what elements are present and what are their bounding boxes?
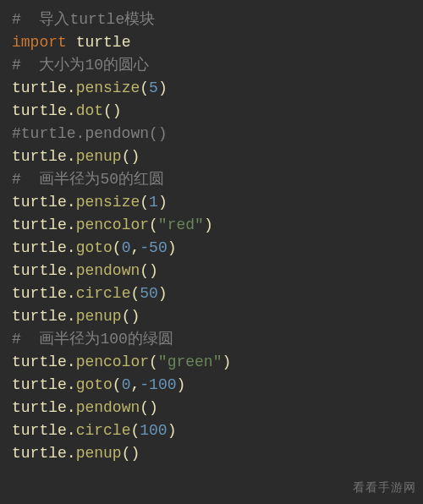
code-token: . <box>67 422 76 439</box>
code-line[interactable]: turtle.pencolor("green") <box>12 351 411 374</box>
code-line[interactable]: turtle.circle(100) <box>12 419 411 442</box>
code-token: pendown <box>76 399 140 416</box>
code-token: dot <box>76 102 103 119</box>
code-token: . <box>67 308 76 325</box>
code-token: ( <box>113 376 122 393</box>
code-token: pendown <box>76 262 140 279</box>
code-token: turtle <box>12 353 67 370</box>
code-line[interactable]: turtle.penup() <box>12 145 411 168</box>
code-token: , <box>130 376 140 393</box>
code-token: 100 <box>140 422 167 439</box>
code-token: "green" <box>158 353 222 370</box>
code-line[interactable]: # 导入turtle模块 <box>12 8 411 31</box>
code-token: turtle <box>12 194 67 211</box>
code-token: . <box>67 79 76 96</box>
code-token <box>67 34 76 51</box>
code-token: turtle <box>12 216 67 233</box>
code-token: turtle <box>12 262 67 279</box>
code-line[interactable]: turtle.pencolor("red") <box>12 214 411 237</box>
code-token: . <box>67 353 76 370</box>
code-line[interactable]: turtle.pensize(5) <box>12 77 411 100</box>
code-token: . <box>67 148 76 165</box>
code-line[interactable]: turtle.goto(0,-50) <box>12 237 411 260</box>
code-token: ( <box>130 285 140 302</box>
code-token: ) <box>222 353 231 370</box>
code-token: turtle <box>12 102 67 119</box>
code-line[interactable]: #turtle.pendown() <box>12 123 411 145</box>
code-token: ) <box>204 216 213 233</box>
code-token: . <box>67 262 76 279</box>
code-token: goto <box>76 239 113 256</box>
code-token: pencolor <box>76 216 149 233</box>
code-token: . <box>67 445 76 462</box>
code-token: goto <box>76 376 113 393</box>
code-token: turtle <box>12 376 67 393</box>
code-token: ( <box>149 353 158 370</box>
code-token: #turtle.pendown() <box>12 125 168 142</box>
code-token: penup <box>76 148 122 165</box>
code-line[interactable]: # 画半径为50的红圆 <box>12 168 411 191</box>
code-line[interactable]: # 画半径为100的绿圆 <box>12 328 411 351</box>
code-token: # 画半径为100的绿圆 <box>12 331 173 348</box>
code-token: # 导入turtle模块 <box>12 11 155 28</box>
code-token: import <box>12 34 67 51</box>
code-token: ( <box>113 239 122 256</box>
code-token: . <box>67 102 76 119</box>
code-token: turtle <box>12 148 67 165</box>
code-token: ( <box>140 79 149 96</box>
code-token: () <box>103 102 122 119</box>
code-line[interactable]: turtle.dot() <box>12 100 411 123</box>
code-token: circle <box>76 285 131 302</box>
code-token: turtle <box>12 308 67 325</box>
code-token: turtle <box>12 422 67 439</box>
code-line[interactable]: turtle.pensize(1) <box>12 191 411 214</box>
code-token: # 画半径为50的红圆 <box>12 171 164 188</box>
code-token: turtle <box>12 239 67 256</box>
code-token: . <box>67 194 76 211</box>
code-line[interactable]: turtle.pendown() <box>12 397 411 419</box>
code-line[interactable]: # 大小为10的圆心 <box>12 54 411 77</box>
code-token: , <box>130 239 140 256</box>
code-token: ) <box>158 194 168 211</box>
code-token: 0 <box>122 239 131 256</box>
code-line[interactable]: turtle.circle(50) <box>12 282 411 305</box>
code-line[interactable]: turtle.penup() <box>12 442 411 465</box>
code-token: pensize <box>76 194 140 211</box>
code-token: pensize <box>76 79 140 96</box>
code-token: . <box>67 399 76 416</box>
code-line[interactable]: turtle.goto(0,-100) <box>12 374 411 397</box>
code-token: () <box>140 399 158 416</box>
code-token: 50 <box>140 285 158 302</box>
code-token: "red" <box>158 216 204 233</box>
code-token: ) <box>177 376 186 393</box>
code-token: ) <box>158 285 168 302</box>
code-token: penup <box>76 445 122 462</box>
code-token: # 大小为10的圆心 <box>12 57 149 74</box>
code-token: turtle <box>12 445 67 462</box>
code-token: turtle <box>12 399 67 416</box>
code-token: . <box>67 376 76 393</box>
code-editor[interactable]: # 导入turtle模块import turtle# 大小为10的圆心turtl… <box>0 0 423 474</box>
watermark-label: 看看手游网 <box>353 476 416 499</box>
code-token: penup <box>76 308 122 325</box>
code-token: turtle <box>76 34 131 51</box>
code-token: . <box>67 285 76 302</box>
code-token: -50 <box>140 239 167 256</box>
code-token: . <box>67 216 76 233</box>
code-token: ) <box>168 239 177 256</box>
code-token: () <box>122 445 140 462</box>
code-line[interactable]: turtle.pendown() <box>12 260 411 282</box>
code-token: circle <box>76 422 131 439</box>
code-token: -100 <box>140 376 176 393</box>
code-token: () <box>140 262 158 279</box>
code-token: ( <box>130 422 140 439</box>
code-token: ) <box>158 79 168 96</box>
code-token: ( <box>149 216 158 233</box>
code-line[interactable]: import turtle <box>12 31 411 54</box>
code-token: turtle <box>12 79 67 96</box>
code-line[interactable]: turtle.penup() <box>12 305 411 328</box>
code-token: pencolor <box>76 353 149 370</box>
code-token: () <box>122 308 140 325</box>
code-token: 5 <box>149 79 158 96</box>
code-token: () <box>122 148 140 165</box>
